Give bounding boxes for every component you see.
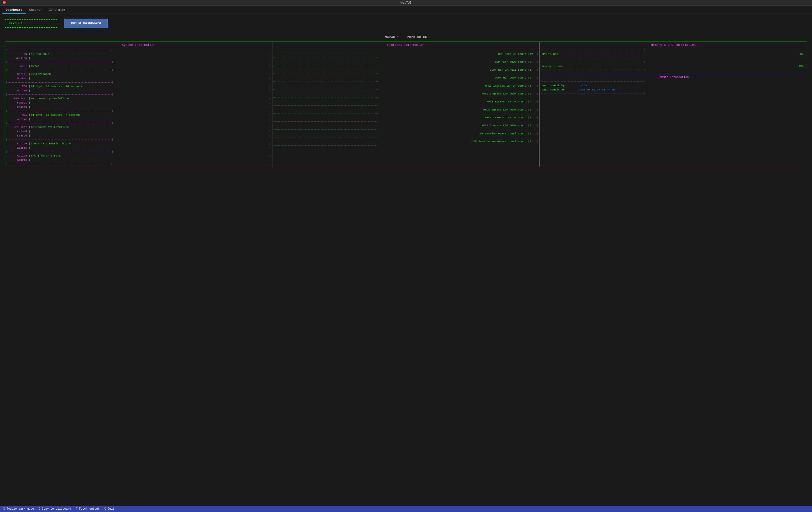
sys-row-re0rb1: RE0 last | 0x1:power cycle/failure | xyxy=(6,96,271,101)
dashboard-title: MX240-1 :: 2023-08-06 xyxy=(5,35,807,39)
tab-dashboard[interactable]: Dashboard xyxy=(2,7,26,13)
proto-row-ospfup: OSPF Nbr UP/Full count | 1 | xyxy=(273,68,539,72)
sys-row-sw: SW | 19.4R3-S3.3 | xyxy=(6,52,271,56)
device-row: Build Dashboard xyxy=(5,19,807,28)
memory-panel-title: Memory & CPU Information xyxy=(540,42,807,48)
memory-panel: Memory & CPU Information +--------------… xyxy=(540,42,807,167)
sys-row-alarm2b: alarms | | xyxy=(6,158,271,162)
sys-row-sw2: version | | xyxy=(6,56,271,60)
sys-row-re0up2: uptime | | xyxy=(6,88,271,93)
commit-title: Commit Information xyxy=(541,74,806,80)
sys-row-alarm1b: alarms | | xyxy=(6,146,271,150)
proto-row-ldpnonop: LDP Session Non-Operational count | 0 | xyxy=(273,139,539,144)
proto-row-ldpop: LDP Session Operational count | 1 | xyxy=(273,132,539,136)
system-panel-content: +---------------------------------------… xyxy=(5,48,272,167)
sys-row-re0up1: RE0 | 61 days, 12 minutes, 16 seconds | xyxy=(6,84,271,88)
memory-panel-content: +---------------------------------------… xyxy=(540,48,807,96)
commit-row-by: Last commit by optus xyxy=(541,83,806,88)
status-label-quit: Quit xyxy=(108,507,115,511)
proto-row-mplstransdown: MPLS Transit LSP DOWN count | 0 | xyxy=(273,123,539,127)
main-content: Build Dashboard MX240-1 :: 2023-08-06 Sy… xyxy=(0,14,812,506)
protocol-panel: Protocol Information +------------------… xyxy=(272,42,540,167)
statuskey-d[interactable]: D xyxy=(2,507,6,511)
statuskey-f[interactable]: F xyxy=(75,507,79,511)
proto-row-bgpdown: BGP Peer DOWN count | 2 | xyxy=(273,60,539,64)
sys-row-re1up1: RE1 | 61 days, 12 minutes, 7 seconds | xyxy=(6,113,271,117)
build-dashboard-button[interactable]: Build Dashboard xyxy=(64,19,108,28)
status-bar: D Toggle dark mode C Copy to clipboard F… xyxy=(0,506,812,512)
proto-row-mplsingup: MPLS Ingress LSP UP count | 6 | xyxy=(273,84,539,88)
commit-row-at: Last commit at 2023-08-02 07:14:47 EDT xyxy=(541,88,806,92)
system-panel-title: System Information xyxy=(5,42,272,48)
proto-row-mplstransup: MPLS Transit LSP UP count | 0 | xyxy=(273,115,539,120)
proto-row-ospfdown: OSPF Nbr DOWN count | 0 | xyxy=(273,76,539,80)
sys-divider-top: +---------------------------------------… xyxy=(6,48,271,52)
sys-row-re1up2: uptime | | xyxy=(6,117,271,121)
proto-row-bgpup: BGP Peer UP count | 12 | xyxy=(273,52,539,56)
sys-row-alarm2a: Active | FPC 1 Major Errors | xyxy=(6,154,271,158)
sys-value-sw: 19.4R3-S3.3 xyxy=(31,52,49,56)
status-label-fetch: Fetch output xyxy=(79,507,99,511)
app-title: NetTUI xyxy=(401,1,412,4)
sys-row-serial2: Number | | xyxy=(6,76,271,81)
title-bar: NetTUI xyxy=(0,0,812,6)
sys-row-model: Model | MX240 | xyxy=(6,64,271,68)
dashboard-grid: System Information +--------------------… xyxy=(5,41,807,167)
sys-row-re1rl2: reload | | xyxy=(6,129,271,134)
device-input[interactable] xyxy=(5,19,57,28)
close-button[interactable] xyxy=(3,1,6,4)
statuskey-q[interactable]: Q xyxy=(104,507,107,511)
protocol-panel-title: Protocol Information xyxy=(272,42,540,48)
status-label-copy: Copy to clipboard xyxy=(42,507,71,511)
sys-label-version: version xyxy=(6,56,28,60)
system-panel: System Information +--------------------… xyxy=(5,42,272,167)
sys-row-re1rl3: reason | | xyxy=(6,134,271,138)
sys-row-serial1: Serial | JN1262966AFC | xyxy=(6,72,271,76)
mem-row-mem: Memory in use | 25% | xyxy=(541,64,806,68)
proto-row-mplsegup: MPLS Egress LSP UP count | 4 | xyxy=(273,99,539,104)
tab-bar: Dashboard Checker Generator xyxy=(0,6,812,14)
sys-label-sw: SW xyxy=(6,52,28,56)
tab-generator[interactable]: Generator xyxy=(46,7,69,13)
sys-row-alarm1a: Active | Check CB 1 Fabric Chip 0 | xyxy=(6,141,271,146)
sys-row-re0rb2: reboot | | xyxy=(6,101,271,105)
protocol-panel-content: +---------------------------------------… xyxy=(272,48,540,148)
status-label-dark: Toggle dark mode xyxy=(6,507,34,511)
proto-row-mplsingdown: MPLS Ingress LSP DOWN count | 0 | xyxy=(273,92,539,96)
tab-checker[interactable]: Checker xyxy=(26,7,46,13)
sys-row-re1rl1: RE1 last | 0x1:power cycle/failure | xyxy=(6,125,271,129)
statuskey-c[interactable]: C xyxy=(38,507,41,511)
mem-row-cpu: CPU in use | 3% | xyxy=(541,52,806,56)
mem-row-cpu2: | | xyxy=(541,56,806,60)
proto-row-mplsegdown: MPLS Egress LSP DOWN count | 0 | xyxy=(273,108,539,112)
sys-row-re0rb3: reason | | xyxy=(6,105,271,109)
dashboard-section: MX240-1 :: 2023-08-06 System Information… xyxy=(5,35,807,504)
